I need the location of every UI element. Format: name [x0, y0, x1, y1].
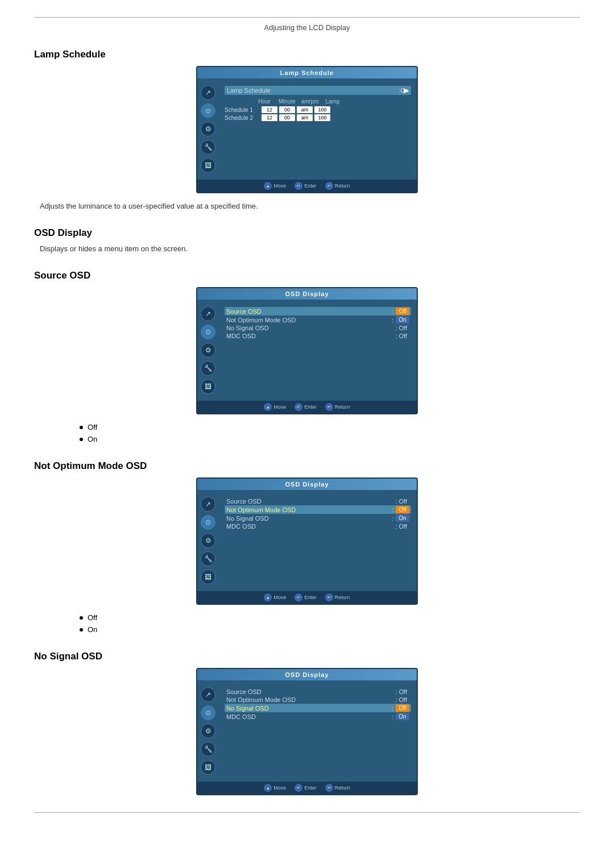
- source-osd-on-label: On: [88, 435, 97, 443]
- lamp-s2-lamp[interactable]: 100: [314, 114, 330, 121]
- lamp-schedule-desc: Adjusts the luminance to a user-specifie…: [40, 202, 580, 210]
- source-osd-label-3: No Signal OSD: [226, 325, 395, 331]
- src-footer-enter: ↵ Enter: [294, 403, 317, 411]
- lamp-schedule2-row: Schedule 2 12 00 am 100: [225, 114, 411, 122]
- ns-footer-return: ↩ Return: [325, 784, 350, 792]
- ns-colon-2: : Off: [395, 696, 407, 703]
- source-osd-label-2: Not Optimum Mode OSD: [226, 317, 392, 323]
- ns-value-3: Off: [396, 704, 409, 712]
- ns-row-2: Not Optimum Mode OSD : Off: [225, 696, 411, 704]
- no-row-4: MDC OSD : Off: [225, 522, 411, 530]
- bullet-dot-4: [80, 628, 83, 632]
- no-label-3: No Signal OSD: [226, 515, 392, 522]
- ns-row-1: Source OSD : Off: [225, 688, 411, 696]
- ns-label-2: Not Optimum Mode OSD: [226, 696, 395, 703]
- source-osd-value-2: On: [396, 316, 409, 323]
- source-osd-footer: ● Move ↵ Enter ↩ Return: [197, 401, 417, 413]
- enter-icon: ↵: [294, 182, 302, 190]
- lamp-body: ↗ ⊙ ⚙ 🔧 🖼 Lamp Schedule : On ▶: [197, 78, 417, 180]
- no-signal-screen-title: OSD Display: [197, 669, 417, 680]
- lamp-schedule1-label: Schedule 1: [225, 107, 262, 113]
- no-label-2: Not Optimum Mode OSD: [226, 506, 392, 513]
- source-osd-colon-2: :: [392, 317, 393, 323]
- lamp-schedule-screen: Lamp Schedule ↗ ⊙ ⚙ 🔧 🖼 Lamp Sched: [196, 66, 418, 193]
- not-optimum-bullets: Off On: [80, 613, 580, 634]
- lamp-s2-hour[interactable]: 12: [262, 114, 277, 121]
- not-optimum-screen: OSD Display ↗ ⊙ ⚙ 🔧 🖼 Source OSD : Off: [196, 477, 418, 605]
- ns-move-icon: ●: [264, 784, 272, 792]
- no-colon-3: :: [392, 515, 393, 522]
- ns-return-icon: ↩: [325, 784, 333, 792]
- ns-label-1: Source OSD: [226, 688, 395, 695]
- no-signal-footer: ● Move ↵ Enter ↩ Return: [197, 782, 417, 794]
- return-icon: ↩: [325, 182, 333, 190]
- move-icon: ●: [264, 182, 272, 190]
- ns-enter-label: Enter: [304, 785, 317, 791]
- src-icon-5: 🖼: [201, 379, 215, 394]
- src-enter-icon: ↵: [294, 403, 302, 411]
- no-icon-3: ⚙: [201, 533, 215, 548]
- source-osd-row-4: MDC OSD : Off: [225, 332, 411, 340]
- no-value-2: Off: [396, 506, 409, 513]
- lamp-footer-enter-label: Enter: [304, 183, 317, 189]
- lamp-icon-3: ⚙: [201, 122, 215, 136]
- lamp-s1-lamp[interactable]: 100: [314, 106, 330, 113]
- lamp-schedule-section: Lamp Schedule Lamp Schedule ↗ ⊙ ⚙ 🔧 🖼: [34, 49, 580, 210]
- lamp-footer-move-label: Move: [273, 183, 286, 189]
- lamp-s1-minute[interactable]: 00: [279, 106, 295, 113]
- src-footer-return: ↩ Return: [325, 403, 350, 411]
- lamp-s1-ampm[interactable]: am: [297, 106, 313, 113]
- lamp-schedule1-row: Schedule 1 12 00 am 100: [225, 106, 411, 114]
- src-return-icon: ↩: [325, 403, 333, 411]
- src-return-label: Return: [335, 404, 350, 410]
- ns-colon-4: :: [392, 713, 393, 720]
- ns-colon-3: :: [392, 705, 393, 712]
- no-footer-enter: ↵ Enter: [294, 593, 317, 601]
- ns-icon-2: ⊙: [201, 705, 215, 720]
- not-optimum-screen-title: OSD Display: [197, 479, 417, 490]
- source-osd-bullets: Off On: [80, 423, 580, 443]
- bottom-rule: [34, 812, 580, 813]
- not-optimum-bullet-on: On: [80, 625, 580, 634]
- no-signal-body: ↗ ⊙ ⚙ 🔧 🖼 Source OSD : Off Not Optimum M…: [197, 680, 417, 782]
- lamp-footer-move: ● Move: [264, 182, 286, 190]
- src-icon-3: ⚙: [201, 343, 215, 358]
- source-osd-screen-container: OSD Display ↗ ⊙ ⚙ 🔧 🖼 Source OSD :: [34, 287, 580, 414]
- source-osd-screen-title: OSD Display: [197, 288, 417, 300]
- no-row-2: Not Optimum Mode OSD : Off: [225, 505, 411, 514]
- page-container: Adjusting the LCD Display Lamp Schedule …: [0, 0, 614, 830]
- no-enter-icon: ↵: [294, 593, 302, 601]
- source-osd-content: Source OSD : Off Not Optimum Mode OSD : …: [219, 304, 417, 396]
- not-optimum-screen-container: OSD Display ↗ ⊙ ⚙ 🔧 🖼 Source OSD : Off: [34, 477, 580, 605]
- lamp-col-headers: Hour Minute am/pm Lamp: [253, 97, 411, 106]
- no-row-1: Source OSD : Off: [225, 497, 411, 505]
- source-osd-row-2: Not Optimum Mode OSD : On: [225, 315, 411, 324]
- lamp-s1-hour[interactable]: 12: [262, 106, 277, 113]
- lamp-icon-5: 🖼: [201, 158, 215, 173]
- source-osd-screen: OSD Display ↗ ⊙ ⚙ 🔧 🖼 Source OSD :: [196, 287, 418, 414]
- ns-icon-3: ⚙: [201, 724, 215, 738]
- not-optimum-on-label: On: [88, 625, 97, 634]
- no-return-label: Return: [335, 595, 350, 600]
- source-osd-colon-3: : Off: [395, 325, 407, 331]
- source-osd-bullet-off: Off: [80, 423, 580, 431]
- source-osd-section: Source OSD OSD Display ↗ ⊙ ⚙ 🔧 🖼 So: [34, 270, 580, 443]
- src-icon-2: ⊙: [201, 325, 215, 339]
- ns-icon-4: 🔧: [201, 742, 215, 757]
- lamp-s2-ampm[interactable]: am: [297, 114, 313, 121]
- lamp-col-ampm: am/pm: [298, 98, 321, 105]
- no-signal-screen: OSD Display ↗ ⊙ ⚙ 🔧 🖼 Source OSD : Off: [196, 668, 418, 795]
- lamp-s2-minute[interactable]: 00: [279, 114, 295, 121]
- no-icon-2: ⊙: [201, 515, 215, 530]
- bullet-dot-1: [80, 426, 83, 429]
- source-osd-sidebar: ↗ ⊙ ⚙ 🔧 🖼: [197, 304, 219, 396]
- no-icon-5: 🖼: [201, 570, 215, 584]
- src-icon-1: ↗: [201, 306, 215, 321]
- not-optimum-footer: ● Move ↵ Enter ↩ Return: [197, 591, 417, 604]
- source-osd-row-1: Source OSD : Off: [225, 307, 411, 315]
- source-osd-body: ↗ ⊙ ⚙ 🔧 🖼 Source OSD : Off: [197, 300, 417, 401]
- lamp-sidebar: ↗ ⊙ ⚙ 🔧 🖼: [197, 83, 219, 175]
- lamp-footer-return: ↩ Return: [325, 182, 350, 190]
- source-osd-title: Source OSD: [34, 270, 580, 281]
- lamp-col-hour: Hour: [253, 98, 276, 105]
